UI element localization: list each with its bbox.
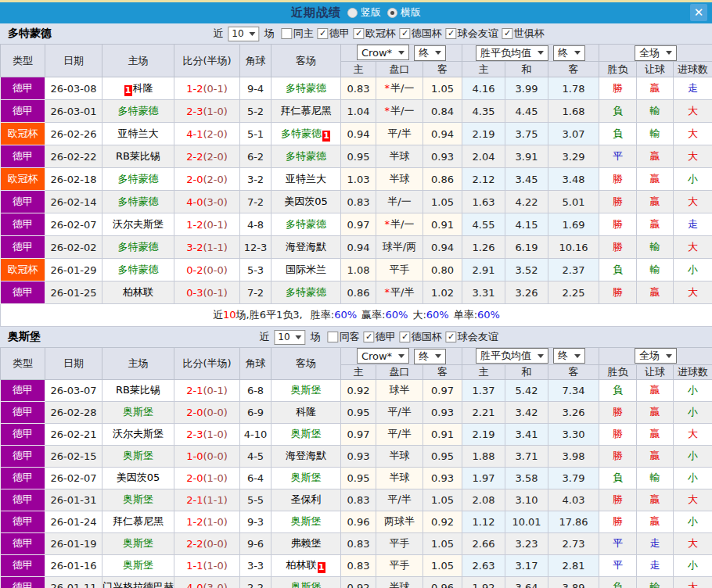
home-team-cell: 亚特兰大 [102,123,174,145]
team-name-text: 拜仁慕尼黑 [113,515,164,527]
team-name-text: 奥斯堡 [123,406,153,418]
match-count-value: 10 [278,332,289,342]
away-team-cell: 海登海默 [271,445,341,467]
match-date: 26-02-28 [45,401,102,423]
filter-checkbox[interactable] [328,332,339,342]
match-row: 欧冠杯26-01-29多特蒙德0-2(0-0)5-3国际米兰1.08平手0.80… [1,259,712,281]
fulltime-score: 2-3 [186,106,203,117]
team-name-text: 圣保利 [291,493,322,505]
filter-checkbox[interactable]: ✓ [446,28,457,39]
close-button[interactable]: ✕ [690,4,707,21]
odds-value: 平/半 [387,127,411,139]
team-name-text: 多特蒙德 [286,82,326,94]
dropdown-arrow-icon [250,32,256,36]
avg-odds-cell: 3.91 [505,145,548,168]
team-name-text: 弗赖堡 [291,537,322,549]
home-team-cell: 门兴格拉德巴赫 [102,576,174,588]
star-mark: * [385,105,390,117]
odds-value: 半/一 [390,105,414,117]
odds-value: 1.04 [347,106,370,117]
filter-checkbox[interactable]: ✓ [502,28,513,39]
result-mark: 贏 [637,489,674,511]
handicap-odds-cell: 0.83 [341,489,376,511]
match-count-select[interactable]: 10 [274,330,305,345]
league-badge: 德甲 [1,532,45,554]
team-name-text: 奥斯堡 [291,471,322,483]
team-name-text: 奥斯堡 [291,581,322,588]
match-date: 26-01-31 [45,489,102,511]
odds-value: 0.83 [347,494,370,506]
filter-checkbox[interactable]: ✓ [318,28,329,39]
dropdown-arrow-icon [538,51,544,55]
handicap-odds-cell: 0.86 [341,281,376,304]
odds-value: 半/一 [387,195,411,207]
layout-radio-option[interactable]: 横版 [387,5,421,20]
result-mark: 贏 [637,511,674,532]
home-team-cell: 1科隆 [102,77,174,100]
league-badge: 德甲 [1,576,45,588]
header-select[interactable]: 终 [414,45,446,61]
odds-value: 半球 [390,471,410,483]
handicap-cell: 半球 [376,145,423,168]
column-header: 客场 [271,348,341,380]
filter-checkbox[interactable]: ✓ [400,332,411,342]
team-name-text: 多特蒙德 [118,105,159,117]
league-badge: 德甲 [1,100,45,123]
column-subheader: 客 [548,62,599,77]
handicap-odds-cell: 1.05 [423,191,462,213]
handicap-cell: *半/一 [376,100,423,123]
halftime-score: (0-0) [203,264,227,276]
header-select-value: 全场 [639,46,660,60]
filter-checkbox-label: 德甲 [376,330,396,344]
avg-odds-cell: 4.03 [548,489,599,511]
handicap-cell: *平/半 [376,281,423,304]
header-select[interactable]: 终 [553,348,585,364]
handicap-odds-cell: 0.83 [341,77,376,100]
fulltime-score: 0-3 [186,287,203,299]
header-select[interactable]: Crow* [357,45,409,60]
header-select[interactable]: 胜平负均值 [476,45,548,61]
team-name-text: 海登海默 [286,450,326,461]
avg-odds-cell: 7.34 [548,379,599,401]
filter-checkbox[interactable]: ✓ [354,28,365,39]
handicap-odds-cell: 0.97 [423,379,462,401]
column-subheader: 客 [423,364,462,379]
filter-checkbox[interactable]: ✓ [446,332,457,342]
result-mark: 輸 [637,123,674,145]
header-select[interactable]: 终 [414,349,446,364]
league-badge: 欧冠杯 [1,168,45,191]
odds-value: 平手 [390,559,410,571]
header-select[interactable]: 全场 [635,45,677,61]
fulltime-score: 1-1 [186,560,203,572]
match-row: 欧冠杯26-02-26亚特兰大4-1(2-0)5-1多特蒙德10.94平/半0.… [1,123,712,145]
league-badge: 德甲 [1,423,45,445]
odds-value: 0.95 [347,407,370,418]
match-row: 德甲26-01-25柏林联0-3(0-1)7-2多特蒙德0.86*平/半1.02… [1,281,712,304]
fulltime-score: 4-0 [186,582,203,588]
odds-value: 平手 [390,264,410,275]
avg-odds-cell: 1.68 [548,100,599,123]
match-row: 德甲26-01-24拜仁慕尼黑1-2(1-0)9-3奥斯堡0.96两球半0.92… [1,511,712,532]
match-date: 26-03-07 [45,379,102,401]
filter-checkbox[interactable]: ✓ [364,332,375,342]
avg-odds-cell: 2.12 [462,168,505,191]
filter-checkbox[interactable]: ✓ [400,28,411,39]
header-select[interactable]: 胜平负均值 [476,348,548,364]
header-select[interactable]: 终 [553,45,585,61]
layout-radio-option[interactable]: 竖版 [347,5,381,20]
team-name: 奥斯堡 [8,330,41,344]
handicap-cell: 半球 [376,467,423,489]
team-name-text: 奥斯堡 [291,515,322,527]
away-team-cell: 奥斯堡 [271,379,341,401]
match-date: 26-02-22 [45,145,102,168]
odds-value: 0.86 [347,287,370,299]
match-count-select[interactable]: 10 [228,27,259,41]
home-team-cell: 多特蒙德 [102,191,174,213]
header-select[interactable]: Crow* [357,348,409,364]
column-subheader: 主 [462,364,505,379]
header-select[interactable]: 全场 [635,348,677,364]
odds-value: 0.96 [431,582,454,588]
dropdown-arrow-icon [398,51,405,55]
result-mark: 大 [674,145,712,168]
filter-checkbox[interactable] [282,28,293,39]
